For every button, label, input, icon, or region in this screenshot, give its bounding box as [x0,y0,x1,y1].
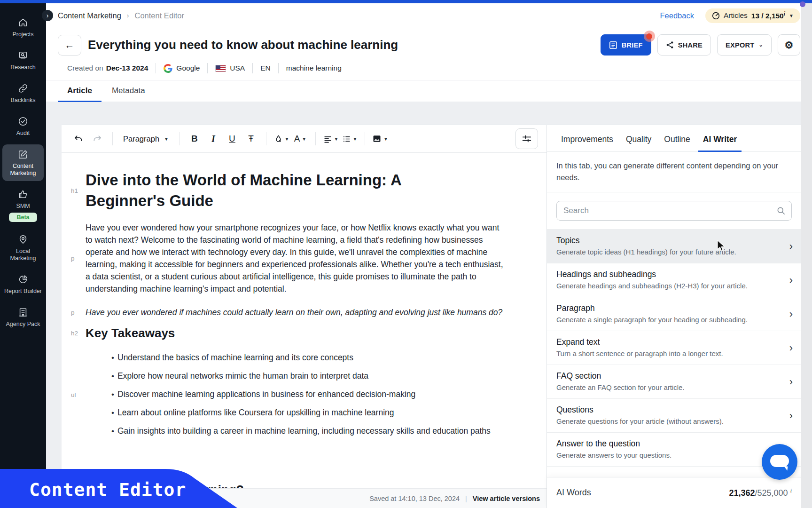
ai-option-faq-section[interactable]: FAQ sectionGenerate an FAQ section for y… [547,365,801,399]
chat-bubble-icon [770,455,789,467]
sidebar-item-label: Report Builder [4,288,42,295]
ai-option-description: Generate topic ideas (H1 headings) for y… [556,248,792,256]
articles-count: 13 / 2,150i [751,10,785,20]
editor-settings-button[interactable] [515,128,538,149]
sidebar-item-research[interactable]: Research [2,46,44,75]
panel-intro-text: In this tab, you can generate different … [547,152,801,192]
page-title: Everything you need to know about machin… [88,38,398,52]
align-left-icon [323,135,332,143]
underline-button[interactable]: U [224,130,241,147]
ai-option-headings-and-subheadings[interactable]: Headings and subheadingsGenerate heading… [547,263,801,297]
ai-option-title: Paragraph [556,303,792,313]
highlight-color-button[interactable]: ▼ [273,130,290,147]
ai-words-footer: AI Words 21,362/525,000 i [547,477,801,508]
home-icon [17,17,29,28]
sliders-icon [522,134,532,144]
sidebar-expand-button[interactable]: › [42,10,53,21]
thumbs-up-icon [17,189,29,200]
sidebar-item-smm[interactable]: SMMBeta [2,184,44,226]
mouse-cursor [716,240,726,252]
sidebar-item-label: Backlinks [11,97,36,104]
article-meta-row: Created on Dec-13 2024 Google USA EN mac… [46,58,812,80]
panel-tab-quality[interactable]: Quality [626,135,651,151]
breadcrumb-chevron-icon: › [127,12,129,19]
language-item: EN [260,64,271,72]
list-item: •Explore how neural networks mimic the h… [86,367,507,385]
export-button[interactable]: EXPORT ⌄ [717,34,772,56]
sidebar-item-report-builder[interactable]: Report Builder [2,270,44,299]
panel-search [556,201,792,221]
tab-article[interactable]: Article [62,80,97,102]
feedback-link[interactable]: Feedback [660,11,694,20]
chevron-right-icon: › [789,410,793,422]
share-button[interactable]: SHARE [657,34,711,56]
link-icon [17,83,29,94]
main-area: › Content Marketing › Content Editor Fee… [46,3,812,508]
research-icon [17,50,29,61]
block-tag-label: ul [71,391,76,398]
export-caret-icon: ⌄ [758,42,763,48]
editor-card: Paragraph▼ B I U Ŧ ▼ A ▼ [62,125,547,508]
ai-option-topics[interactable]: TopicsGenerate topic ideas (H1 headings)… [547,229,801,263]
sidebar-item-audit[interactable]: Audit [2,111,44,141]
location-pin-icon [17,234,29,245]
block-tag-label: h2 [71,330,78,337]
image-icon [372,134,382,143]
sidebar-item-agency-pack[interactable]: Agency Pack [2,302,44,332]
sidebar: ProjectsResearchBacklinksAuditContent Ma… [0,3,46,508]
block-tag-label: h1 [71,187,78,194]
bold-button[interactable]: B [186,130,203,147]
assistant-panel: ImprovementsQualityOutlineAI Writer In t… [547,125,801,508]
audit-check-icon [17,116,29,127]
back-button[interactable]: ← [58,35,81,56]
assistant-tabs: ImprovementsQualityOutlineAI Writer [547,125,801,152]
sidebar-item-projects[interactable]: Projects [2,13,44,42]
panel-tab-improvements[interactable]: Improvements [561,135,613,151]
article-body[interactable]: h1Dive into the World of Machine Learnin… [62,153,547,488]
country-item: USA [215,64,245,72]
italic-button[interactable]: I [205,130,222,147]
ai-option-description: Turn a short sentence or paragraph into … [556,349,792,357]
sidebar-item-label: Projects [12,31,33,38]
article-tabs: Article Metadata [46,80,812,102]
paragraph-style-select[interactable]: Paragraph▼ [119,135,172,143]
strikethrough-button[interactable]: Ŧ [242,130,259,147]
ai-option-questions[interactable]: QuestionsGenerate questions for your art… [547,399,801,433]
ai-words-label: AI Words [556,488,591,498]
ai-option-description: Generate an FAQ section for your article… [556,383,792,391]
brief-button[interactable]: BRIEF [601,34,651,56]
list-item: •Discover machine learning applications … [86,385,507,404]
search-input[interactable] [556,201,792,221]
edit-icon [17,149,29,160]
text-color-button[interactable]: A ▼ [292,130,309,147]
google-logo-icon [164,64,172,73]
list-button[interactable]: ▼ [341,130,358,147]
chevron-right-icon: › [789,308,793,320]
usa-flag-icon [215,65,226,72]
panel-tab-outline[interactable]: Outline [664,135,690,151]
chevron-down-icon: ▼ [164,136,169,142]
view-versions-link[interactable]: View article versions [473,495,540,502]
panel-tab-ai-writer[interactable]: AI Writer [703,135,737,151]
gauge-icon [712,12,720,20]
articles-quota-pill[interactable]: Articles 13 / 2,150i ▼ [705,8,800,23]
redo-button[interactable] [89,130,106,147]
settings-button[interactable]: ⚙ [778,34,800,56]
insert-image-button[interactable]: ▼ [372,130,389,147]
align-button[interactable]: ▼ [322,130,339,147]
created-label: Created on [67,64,103,72]
content-area: Paragraph▼ B I U Ŧ ▼ A ▼ [46,112,801,508]
undo-button[interactable] [70,130,87,147]
tab-metadata[interactable]: Metadata [107,80,150,102]
sidebar-item-label: Research [10,64,36,71]
breadcrumb-parent[interactable]: Content Marketing [58,11,121,20]
sidebar-item-local-marketing[interactable]: Local Marketing [2,230,44,266]
article-h2: h2Key Takeaways [86,325,507,341]
sidebar-item-backlinks[interactable]: Backlinks [2,79,44,108]
ai-option-expand-text[interactable]: Expand textTurn a short sentence or para… [547,331,801,365]
content-editor-banner: Content Editor [0,469,244,508]
ai-option-paragraph[interactable]: ParagraphGenerate a single paragraph for… [547,297,801,331]
sidebar-item-content-marketing[interactable]: Content Marketing [2,144,44,181]
chat-button[interactable] [762,444,797,480]
article-paragraph-italic: pHave you ever wondered if machines coul… [86,306,507,318]
